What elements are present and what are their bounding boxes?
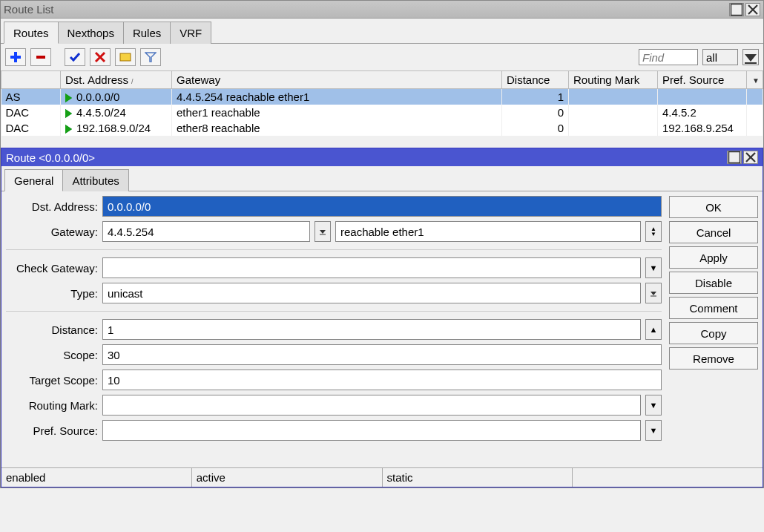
pref-source-expand-button[interactable]: ▼: [645, 420, 662, 441]
route-active-icon: [65, 125, 72, 134]
cell-pref-source: 4.4.5.2: [658, 105, 747, 120]
input-dst-address[interactable]: [102, 196, 662, 217]
label-type: Type:: [6, 287, 102, 300]
col-gateway[interactable]: Gateway: [172, 71, 502, 89]
input-check-gateway[interactable]: [102, 257, 641, 278]
comment-button[interactable]: [115, 48, 136, 66]
disable-button[interactable]: [90, 48, 111, 66]
svg-marker-15: [320, 230, 326, 234]
filter-dropdown-button[interactable]: [742, 49, 759, 65]
check-gateway-expand-button[interactable]: ▼: [645, 257, 662, 278]
col-routing-mark[interactable]: Routing Mark: [569, 71, 658, 89]
enable-button[interactable]: [65, 48, 85, 66]
label-dst-address: Dst. Address:: [6, 200, 102, 213]
route-detail-title: Route <0.0.0.0/0>: [6, 151, 95, 164]
svg-marker-9: [145, 53, 156, 62]
svg-rect-18: [651, 296, 656, 297]
cell-distance: 0: [502, 105, 569, 120]
cell-pref-source: 192.168.9.254: [658, 120, 747, 136]
cell-menu: [747, 105, 763, 120]
disable-button[interactable]: Disable: [669, 272, 758, 294]
minimize-button[interactable]: [729, 3, 744, 16]
input-gateway[interactable]: [102, 221, 310, 242]
tab-vrf[interactable]: VRF: [170, 22, 211, 44]
col-pref-source[interactable]: Pref. Source: [658, 71, 747, 89]
svg-rect-8: [120, 53, 131, 61]
cell-flags: DAC: [1, 120, 61, 136]
route-list-window: Route List RoutesNexthopsRulesVRF: [0, 0, 764, 488]
cell-routing-mark: [569, 120, 658, 136]
gateway-dropdown-button[interactable]: [315, 221, 331, 242]
route-list-tabs: RoutesNexthopsRulesVRF: [1, 19, 763, 44]
route-active-icon: [65, 109, 72, 118]
cell-dst: 0.0.0.0/0: [61, 89, 172, 105]
cell-flags: AS: [1, 89, 61, 105]
input-target-scope[interactable]: [102, 370, 662, 390]
route-list-title: Route List: [4, 3, 54, 16]
tab-rules[interactable]: Rules: [123, 22, 171, 44]
status-static: static: [383, 468, 573, 487]
input-type[interactable]: [102, 283, 641, 303]
svg-rect-16: [320, 234, 326, 235]
svg-marker-10: [745, 54, 757, 62]
label-scope: Scope:: [6, 349, 102, 361]
col-flags[interactable]: [1, 71, 61, 89]
routes-table: Dst. Address/ Gateway Distance Routing M…: [1, 70, 763, 136]
input-routing-mark[interactable]: [102, 395, 641, 416]
detail-tab-general[interactable]: General: [4, 169, 63, 191]
cell-distance: 1: [502, 89, 569, 105]
ok-button[interactable]: OK: [669, 196, 758, 218]
route-detail-titlebar[interactable]: Route <0.0.0.0/0>: [1, 148, 763, 166]
cell-gateway: 4.4.5.254 reachable ether1: [172, 89, 502, 105]
remove-button[interactable]: [30, 48, 51, 66]
route-list-titlebar[interactable]: Route List: [1, 1, 763, 19]
detail-button-column: OKCancelApplyDisableCommentCopyRemove: [669, 196, 758, 370]
apply-button[interactable]: Apply: [669, 246, 758, 269]
route-active-icon: [65, 93, 72, 102]
input-distance[interactable]: [102, 319, 641, 340]
cell-pref-source: [658, 89, 747, 105]
svg-rect-0: [731, 4, 742, 15]
col-menu[interactable]: ▼: [747, 71, 763, 89]
svg-rect-4: [10, 56, 21, 59]
input-pref-source[interactable]: [102, 420, 641, 441]
label-target-scope: Target Scope:: [6, 374, 102, 387]
find-input[interactable]: [639, 49, 698, 65]
col-distance[interactable]: Distance: [502, 71, 569, 89]
gateway-add-remove-button[interactable]: ▲▼: [645, 221, 662, 242]
detail-tab-attributes[interactable]: Attributes: [62, 169, 128, 191]
table-row[interactable]: DAC4.4.5.0/24ether1 reachable04.4.5.2: [1, 105, 763, 120]
label-distance: Distance:: [6, 324, 102, 336]
filter-select[interactable]: all: [702, 49, 738, 65]
tab-nexthops[interactable]: Nexthops: [58, 22, 124, 44]
svg-rect-5: [36, 56, 45, 59]
type-dropdown-button[interactable]: [645, 283, 662, 303]
close-button[interactable]: [745, 3, 760, 16]
add-button[interactable]: [5, 48, 26, 66]
table-row[interactable]: AS0.0.0.0/04.4.5.254 reachable ether11: [1, 89, 763, 105]
col-dst[interactable]: Dst. Address/: [61, 71, 172, 89]
gateway-status: reachable ether1: [335, 221, 641, 242]
distance-collapse-button[interactable]: ▲: [645, 319, 662, 340]
filter-button[interactable]: [140, 48, 161, 66]
table-row[interactable]: DAC192.168.9.0/24ether8 reachable0192.16…: [1, 120, 763, 136]
detail-close-button[interactable]: [743, 151, 758, 164]
cell-dst: 4.4.5.0/24: [61, 105, 172, 120]
remove-button[interactable]: Remove: [669, 347, 758, 370]
status-enabled: enabled: [1, 468, 192, 487]
tab-routes[interactable]: Routes: [4, 22, 59, 44]
copy-button[interactable]: Copy: [669, 322, 758, 344]
routing-mark-expand-button[interactable]: ▼: [645, 395, 662, 416]
status-bar: enabledactivestatic: [1, 467, 763, 487]
cell-gateway: ether8 reachable: [172, 120, 502, 136]
routes-table-header: Dst. Address/ Gateway Distance Routing M…: [1, 71, 763, 89]
sort-asc-icon: /: [131, 78, 134, 85]
cancel-button[interactable]: Cancel: [669, 221, 758, 243]
status-empty: [573, 468, 763, 487]
cell-gateway: ether1 reachable: [172, 105, 502, 120]
cell-flags: DAC: [1, 105, 61, 120]
input-scope[interactable]: [102, 344, 662, 365]
chevron-down-icon: ▼: [752, 76, 760, 84]
comment-button[interactable]: Comment: [669, 297, 758, 319]
detail-minimize-button[interactable]: [727, 151, 742, 164]
